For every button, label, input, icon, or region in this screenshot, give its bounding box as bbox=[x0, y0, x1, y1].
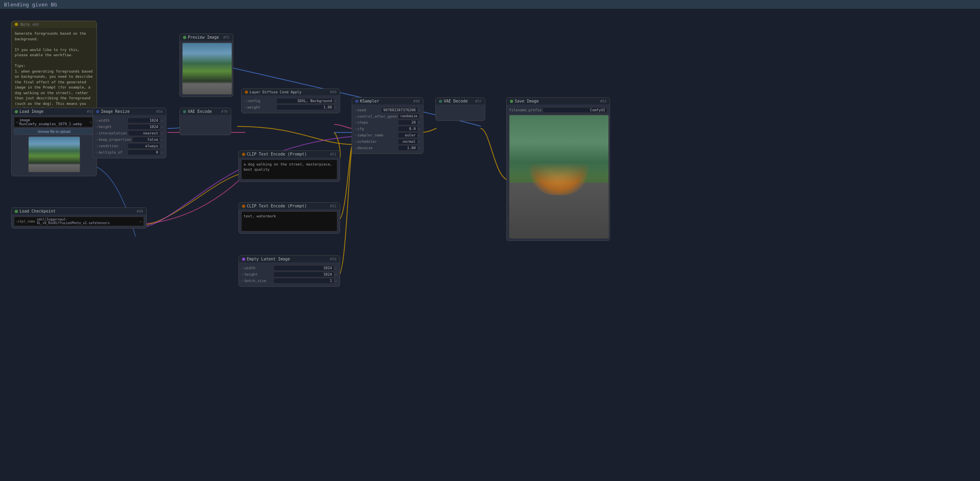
ksampler-cfg: ◁ cfg 8.0 ▷ bbox=[354, 126, 421, 132]
ksampler-node: KSampler #48 ◁ seed 907882387376206 ▷ ◁ … bbox=[352, 97, 423, 154]
latent-height-row: ◁ height 1024 ▷ bbox=[241, 272, 337, 277]
canvas: Note #80 Generate foregrounds based on t… bbox=[0, 9, 980, 481]
title-bar: Blending given BG bbox=[0, 0, 980, 9]
latent-width-row: ◁ width 1024 ▷ bbox=[241, 265, 337, 271]
ckpt-name-row: ◁ ckpt_name sdxl/Juggernaut-XL_v9_RunDif… bbox=[14, 217, 144, 226]
filename-display: ◁ image RunComfy_examples_1079_1.webp ▷ bbox=[14, 117, 94, 127]
ksampler-seed: ◁ seed 907882387376206 ▷ bbox=[354, 107, 421, 113]
filename-prefix-row: filename_prefix ComfyUI bbox=[509, 107, 607, 113]
preview-road-image bbox=[29, 137, 80, 172]
vae-decode-header: VAE Decode #57 bbox=[436, 98, 485, 104]
image-resize-node: Image Resize #54 ◁ width 1024 ▷ ◁ height… bbox=[92, 108, 166, 158]
vae-decode-node: VAE Decode #57 bbox=[435, 97, 485, 121]
empty-latent-header: Empty Latent Image #50 bbox=[239, 256, 340, 262]
ksampler-control: ◁ control_after_generate randomize ▷ bbox=[354, 114, 421, 119]
clip-text-pos-header: CLIP Text Encode (Prompt) #51 bbox=[239, 151, 340, 158]
field-row-multiple-of: ◁ multiple_of 0 ▷ bbox=[95, 150, 163, 155]
field-row-height: ◁ height 1024 ▷ bbox=[95, 124, 163, 130]
ksampler-steps: ◁ steps 20 ▷ bbox=[354, 120, 421, 125]
empty-latent-node: Empty Latent Image #50 ◁ width 1024 ▷ ◁ … bbox=[238, 255, 340, 287]
ksampler-denoise: ◁ denoise 1.00 ▷ bbox=[354, 145, 421, 151]
ksampler-body: ◁ seed 907882387376206 ▷ ◁ control_after… bbox=[352, 104, 423, 154]
clip-text-neg-body: text, watermark bbox=[239, 209, 340, 233]
latent-batch-row: ◁ batch_size 1 ▷ bbox=[241, 278, 337, 284]
clip-text-pos-input[interactable]: a dog walking on the street, masterpiece… bbox=[241, 160, 337, 179]
clip-text-neg-node: CLIP Text Encode (Prompt) #52 text, wate… bbox=[238, 202, 340, 234]
vae-encode-node: VAE Encode #70 bbox=[179, 108, 231, 135]
clip-text-pos-body: a dog walking on the street, masterpiece… bbox=[239, 158, 340, 181]
field-row-width: ◁ width 1024 ▷ bbox=[95, 118, 163, 123]
image-resize-body: ◁ width 1024 ▷ ◁ height 1024 ▷ ◁ interpo… bbox=[93, 115, 166, 158]
load-checkpoint-header: Load Checkpoint #49 bbox=[12, 208, 146, 215]
layer-diffuse-header: Layer Diffuse Cond Apply #69 bbox=[242, 89, 340, 95]
field-row-keep-proportion: ◁ keep_proportion false ▷ bbox=[95, 137, 163, 142]
preview-road-image-2 bbox=[183, 43, 232, 94]
empty-latent-body: ◁ width 1024 ▷ ◁ height 1024 ▷ ◁ batch_s… bbox=[239, 262, 340, 286]
ksampler-header: KSampler #48 bbox=[352, 98, 423, 104]
load-image-body: ◁ image RunComfy_examples_1079_1.webp ▷ … bbox=[12, 115, 96, 176]
choose-file-button[interactable]: choose file to upload bbox=[14, 128, 94, 135]
preview-image-node: Preview Image #55 bbox=[179, 34, 233, 97]
vae-encode-body bbox=[180, 115, 231, 135]
clip-text-pos-node: CLIP Text Encode (Prompt) #51 a dog walk… bbox=[238, 150, 340, 182]
vae-decode-body bbox=[436, 104, 485, 120]
dog-output-image bbox=[510, 115, 608, 238]
preview-image-display bbox=[182, 43, 232, 95]
field-row-condition: ◁ condition always ▷ bbox=[95, 143, 163, 149]
save-image-node: Save Image #83 filename_prefix ComfyUI bbox=[506, 97, 610, 241]
load-image-header: Load Image #53 bbox=[12, 108, 96, 115]
connections-svg bbox=[0, 9, 980, 481]
preview-image-header: Preview Image #55 bbox=[180, 34, 233, 41]
note-header: Note #80 bbox=[12, 21, 96, 28]
field-weight: ◁ weight 1.00 ▷ bbox=[244, 104, 337, 110]
image-resize-header: Image Resize #54 bbox=[93, 108, 166, 115]
load-image-node: Load Image #53 ◁ image RunComfy_examples… bbox=[11, 108, 97, 176]
save-image-display bbox=[509, 115, 609, 239]
app-title: Blending given BG bbox=[4, 2, 57, 8]
clip-text-neg-input[interactable]: text, watermark bbox=[241, 211, 337, 231]
save-image-body: filename_prefix ComfyUI bbox=[507, 104, 610, 240]
save-image-header: Save Image #83 bbox=[507, 98, 610, 104]
load-checkpoint-node: Load Checkpoint #49 ◁ ckpt_name sdxl/Jug… bbox=[11, 207, 147, 229]
ksampler-scheduler: ◁ scheduler normal ▷ bbox=[354, 139, 421, 144]
field-config: ◁ config SDXL, Background ▷ bbox=[244, 98, 337, 104]
vae-encode-header: VAE Encode #70 bbox=[180, 108, 231, 115]
field-row-interpolation: ◁ interpolation nearest ▷ bbox=[95, 130, 163, 136]
layer-diffuse-body: ◁ config SDXL, Background ▷ ◁ weight 1.0… bbox=[242, 95, 340, 113]
preview-image-body bbox=[180, 41, 233, 97]
load-image-preview bbox=[28, 136, 80, 172]
ksampler-sampler-name: ◁ sampler_name euler ▷ bbox=[354, 132, 421, 138]
layer-diffuse-node: Layer Diffuse Cond Apply #69 ◁ config SD… bbox=[241, 89, 340, 113]
clip-text-neg-header: CLIP Text Encode (Prompt) #52 bbox=[239, 203, 340, 209]
load-checkpoint-body: ◁ ckpt_name sdxl/Juggernaut-XL_v9_RunDif… bbox=[12, 215, 146, 228]
